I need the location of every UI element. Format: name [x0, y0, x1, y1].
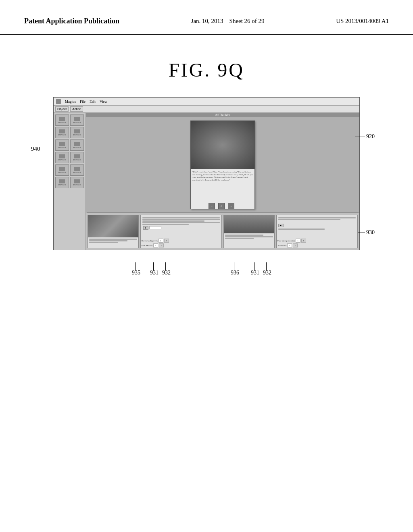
menu-view[interactable]: View [100, 100, 107, 104]
sidebar-icon-5 [74, 142, 80, 146]
main-content-area: ASTbuilder 920 "Didn't you tell me" said… [86, 113, 359, 250]
sidebar-icon-11 [74, 179, 80, 183]
panel-text-line-2b [142, 219, 220, 220]
sidebar-icon-7 [74, 154, 80, 158]
sidebar-item-8[interactable]: IMAGES [55, 164, 69, 176]
panel-img-content-1 [88, 215, 138, 237]
sidebar: IMAGES IMAGES IMAGES IMAGES IMAGES IMAGE… [54, 113, 86, 250]
panel-footer-2: Derive back(prev)/s 1 ↑ [141, 238, 221, 243]
ref-920-label: 920 [355, 133, 375, 140]
panel-content-4: ► [277, 215, 357, 238]
sidebar-item-11[interactable]: IMAGES [70, 177, 84, 188]
panel-text-line-3a [225, 235, 263, 236]
header-title: Patent Application Publication [24, 16, 119, 26]
book-page-text: "Didn't you tell me" said Alice. "I can … [191, 169, 254, 183]
panel-text-line-2d [142, 222, 220, 223]
play-button-4[interactable]: ► [278, 224, 284, 227]
sidebar-item-7[interactable]: IMAGES [70, 152, 84, 163]
app-icon [56, 99, 61, 104]
menu-edit[interactable]: Edit [90, 100, 96, 104]
sidebar-icon-9 [74, 167, 80, 171]
sidebar-item-9[interactable]: IMAGES [70, 164, 84, 176]
sidebar-icon-1 [74, 117, 80, 121]
panel-text-line-2a [142, 217, 220, 218]
ref-931-2-label: 931 [251, 270, 259, 276]
field-2[interactable] [149, 226, 161, 229]
sidebar-item-6[interactable]: IMAGES [55, 152, 69, 163]
action-button[interactable]: Action [70, 106, 83, 112]
leader-line-936 [234, 262, 234, 270]
header-date-sheet: Jan. 10, 2013 Sheet 26 of 29 [191, 16, 265, 26]
panel-label-backmusic: back Music b [142, 245, 152, 247]
panel-item-1 [88, 215, 139, 248]
sidebar-icon-6 [59, 154, 65, 158]
panel-text-line-4a [278, 217, 356, 218]
panel-extra-derive[interactable]: ↑ [164, 239, 169, 243]
sidebar-item-1[interactable]: IMAGES [70, 114, 84, 126]
object-button[interactable]: Object [55, 106, 69, 112]
panel-btn-row-2: ► [142, 225, 220, 231]
sidebar-icon-4 [59, 142, 65, 146]
sidebar-item-0[interactable]: IMAGES [55, 114, 69, 126]
panel-footer-4b: Ace Sound 1 ↑ [277, 243, 357, 248]
book-display-area: 920 "Didn't you tell me" said Alice. "I … [86, 117, 359, 212]
sidebar-item-4[interactable]: IMAGES [55, 139, 69, 151]
sidebar-item-10[interactable]: IMAGES [55, 177, 69, 188]
panel-field-backmusic[interactable]: 1 [153, 243, 158, 247]
sidebar-item-5[interactable]: IMAGES [70, 139, 84, 151]
book-controls: ← ⌂ → [209, 203, 234, 209]
sidebar-icon-3 [74, 129, 80, 133]
sidebar-icon-10 [59, 179, 65, 183]
panel-content-2: ► [141, 215, 221, 238]
panel-img-1 [88, 215, 138, 237]
panel-field-sound[interactable]: 1 [287, 243, 292, 247]
play-button-2[interactable]: ► [143, 226, 148, 230]
sidebar-icon-2 [59, 129, 65, 133]
home-page-button[interactable]: ⌂ [218, 203, 225, 209]
panel-label-sound: Ace Sound [277, 245, 286, 247]
leader-line-932-1 [165, 262, 166, 270]
panel-item-3 [223, 215, 275, 248]
panel-footer-2b: back Music b 1 ↑ [141, 243, 221, 248]
menu-file[interactable]: File [80, 100, 86, 104]
panel-text-line-2e [142, 224, 189, 225]
inner-title-text: ASTbuilder [215, 113, 230, 117]
panel-footer-4a: Face b (chip (world)) 1 ↑ [277, 238, 357, 243]
panel-field-face[interactable]: 1 [296, 239, 300, 243]
menu-magius[interactable]: Magius [65, 100, 76, 104]
panel-text-line-4c [278, 229, 325, 230]
panel-text-line-4b [278, 219, 340, 220]
panel-item-2: ► Derive back(prev)/s 1 ↑ back Music b 1… [140, 215, 222, 248]
header-patent-num: US 2013/0014009 A1 [336, 16, 389, 26]
panel-label-derive: Derive back(prev)/s [142, 240, 158, 242]
panel-field-derive[interactable]: 1 [159, 239, 163, 243]
leader-line-931-2 [254, 262, 254, 270]
panel-img-content-3 [224, 215, 274, 233]
reference-labels-area: 935 931 932 936 931 932 [53, 252, 360, 280]
panel-text-line-1c [89, 242, 118, 243]
leader-line-932-2 [266, 262, 267, 270]
book-image-content [191, 121, 254, 169]
page-header: Patent Application Publication Jan. 10, … [0, 0, 413, 35]
toolbar: Object Action [54, 106, 359, 113]
sidebar-item-3[interactable]: IMAGES [70, 127, 84, 138]
application-window: Magius File Edit View Object Action IMAG… [53, 97, 360, 250]
panel-text-line-2c [142, 220, 204, 222]
sidebar-item-2[interactable]: IMAGES [55, 127, 69, 138]
menu-bar: Magius File Edit View [54, 98, 359, 106]
panel-text-line-1a [89, 239, 137, 240]
ref-931-1-label: 931 [150, 270, 159, 276]
panel-extra-face[interactable]: ↑ [301, 239, 306, 243]
panel-strip: 930 [86, 213, 359, 250]
figure-title: FIG. 9Q [0, 59, 413, 81]
panel-content-1 [88, 237, 138, 248]
ref-936-label: 936 [231, 270, 239, 276]
next-page-button[interactable]: → [228, 203, 234, 209]
ref-932-1-label: 932 [162, 270, 171, 276]
header-date: Jan. 10, 2013 [191, 18, 223, 24]
panel-extra-sound[interactable]: ↑ [293, 243, 298, 247]
panel-extra-backmusic[interactable]: ↑ [159, 243, 164, 247]
panel-content-3 [224, 233, 274, 248]
ref-940-label: 940 [31, 145, 54, 152]
prev-page-button[interactable]: ← [209, 203, 215, 209]
